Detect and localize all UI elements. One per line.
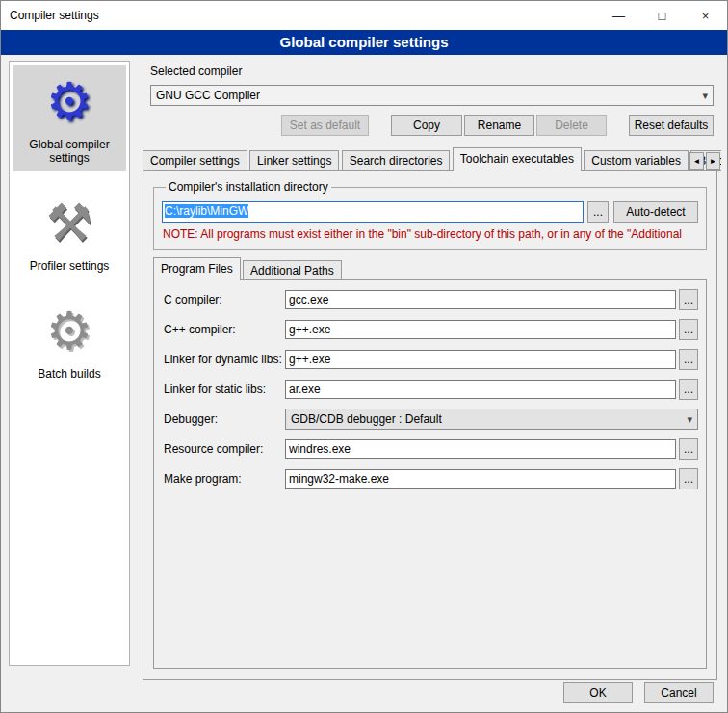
note-text: NOTE: All programs must exist either in … — [163, 227, 697, 241]
sidebar-item-label: Profiler settings — [14, 259, 124, 273]
settings-tab-bar: Compiler settings Linker settings Search… — [143, 147, 721, 171]
selected-compiler-dropdown[interactable]: GNU GCC Compiler ▾ — [150, 85, 714, 106]
debugger-value: GDB/CDB debugger : Default — [291, 412, 442, 426]
installation-directory-legend: Compiler's installation directory — [166, 180, 331, 194]
copy-button[interactable]: Copy — [391, 115, 462, 136]
make-program-input[interactable] — [285, 469, 676, 489]
tab-linker-settings[interactable]: Linker settings — [249, 150, 339, 171]
sidebar-item-profiler-settings[interactable]: ⚒ Profiler settings — [13, 186, 126, 278]
linker-static-row: Linker for static libs: ... — [164, 379, 698, 400]
field-label: Linker for static libs: — [164, 383, 285, 396]
sidebar-item-label: Global compiler settings — [14, 138, 124, 165]
installation-directory-input[interactable]: C:\raylib\MinGW — [162, 201, 584, 223]
sidebar-item-global-compiler-settings[interactable]: ⚙ Global compiler settings — [13, 65, 126, 171]
tab-program-files[interactable]: Program Files — [153, 257, 241, 280]
cancel-button[interactable]: Cancel — [644, 682, 714, 703]
browse-button[interactable]: ... — [679, 438, 698, 460]
maximize-button[interactable]: □ — [640, 1, 684, 30]
settings-sidebar: ⚙ Global compiler settings ⚒ Profiler se… — [9, 61, 130, 666]
resource-compiler-input[interactable] — [285, 439, 676, 459]
linker-dynamic-row: Linker for dynamic libs: ... — [164, 349, 698, 370]
title-bar: Compiler settings — □ × — [1, 1, 727, 30]
rename-button[interactable]: Rename — [464, 115, 534, 136]
minimize-button[interactable]: — — [597, 1, 640, 30]
close-button[interactable]: × — [684, 1, 727, 30]
toolchain-executables-panel: Compiler's installation directory C:\ray… — [143, 170, 717, 680]
profiler-icon: ⚒ — [14, 194, 124, 251]
browse-button[interactable]: ... — [679, 319, 698, 340]
installation-directory-group: Compiler's installation directory C:\ray… — [153, 180, 707, 250]
field-label: Linker for dynamic libs: — [164, 353, 285, 366]
spacer — [150, 115, 281, 136]
browse-button[interactable]: ... — [679, 379, 698, 400]
linker-dynamic-input[interactable] — [285, 350, 676, 369]
main-panel: Selected compiler GNU GCC Compiler ▾ Set… — [141, 61, 721, 675]
program-files-panel: C compiler: ... C++ compiler: ... Linker… — [153, 279, 707, 669]
c-compiler-input[interactable] — [285, 290, 676, 309]
window-controls: — □ × — [597, 1, 727, 30]
compiler-settings-window: Compiler settings — □ × Global compiler … — [0, 0, 728, 713]
gear-icon: ⚙ — [14, 72, 124, 130]
auto-detect-button[interactable]: Auto-detect — [613, 201, 698, 223]
set-as-default-button: Set as default — [281, 115, 369, 136]
tab-scroll-right-icon[interactable]: ► — [706, 152, 720, 170]
tab-custom-variables[interactable]: Custom variables — [584, 150, 689, 171]
reset-defaults-button[interactable]: Reset defaults — [629, 115, 714, 136]
selected-text: C:\raylib\MinGW — [165, 204, 248, 218]
debugger-select[interactable]: GDB/CDB debugger : Default ▾ — [285, 409, 698, 430]
selected-compiler-label: Selected compiler — [150, 65, 721, 78]
tab-scroll-left-icon[interactable]: ◄ — [689, 152, 704, 170]
resource-compiler-row: Resource compiler: ... — [164, 438, 698, 460]
dialog-footer: OK Cancel — [563, 682, 714, 703]
ok-button[interactable]: OK — [563, 682, 633, 703]
field-label: Make program: — [164, 472, 285, 486]
chevron-down-icon: ▾ — [702, 90, 708, 102]
chevron-down-icon: ▾ — [687, 413, 692, 426]
cpp-compiler-row: C++ compiler: ... — [164, 319, 698, 340]
dialog-header: Global compiler settings — [1, 30, 727, 55]
field-label: Debugger: — [164, 412, 285, 426]
browse-button[interactable]: ... — [679, 349, 698, 370]
program-files-tab-bar: Program Files Additional Paths — [153, 257, 716, 280]
browse-button[interactable]: ... — [679, 289, 698, 310]
tab-toolchain-executables[interactable]: Toolchain executables — [453, 147, 582, 171]
delete-button: Delete — [536, 115, 607, 136]
compiler-actions: Set as default Copy Rename Delete Reset … — [150, 115, 714, 136]
tab-additional-paths[interactable]: Additional Paths — [243, 260, 342, 280]
c-compiler-row: C compiler: ... — [164, 289, 698, 310]
installation-directory-row: C:\raylib\MinGW ... Auto-detect — [162, 201, 698, 223]
tab-compiler-settings[interactable]: Compiler settings — [143, 150, 247, 171]
field-label: Resource compiler: — [164, 442, 285, 456]
cpp-compiler-input[interactable] — [285, 320, 676, 339]
selected-compiler-value: GNU GCC Compiler — [156, 89, 260, 102]
field-label: C++ compiler: — [164, 323, 285, 336]
debugger-row: Debugger: GDB/CDB debugger : Default ▾ — [164, 409, 698, 430]
sidebar-item-label: Batch builds — [14, 367, 124, 381]
window-title: Compiler settings — [1, 9, 99, 22]
sidebar-item-batch-builds[interactable]: ⚙ Batch builds — [13, 294, 126, 386]
field-label: C compiler: — [164, 293, 285, 306]
gear-icon: ⚙ — [14, 302, 124, 359]
tab-search-directories[interactable]: Search directories — [342, 150, 451, 171]
linker-static-input[interactable] — [285, 380, 676, 399]
browse-directory-button[interactable]: ... — [587, 201, 609, 223]
browse-button[interactable]: ... — [679, 468, 698, 489]
make-program-row: Make program: ... — [164, 468, 698, 489]
